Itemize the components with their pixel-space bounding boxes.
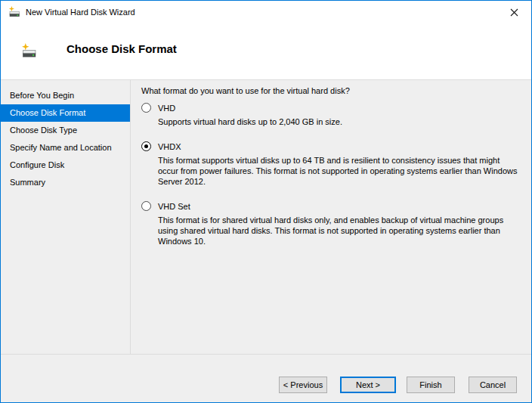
description-vhd-set: This format is for shared virtual hard d… bbox=[158, 215, 521, 246]
wizard-window: New Virtual Hard Disk Wizard Choose Disk… bbox=[0, 0, 532, 403]
radio-icon-vhd-set[interactable] bbox=[141, 201, 151, 211]
new-virtual-hard-disk-icon bbox=[21, 43, 37, 59]
format-question-label: What format do you want to use for the v… bbox=[141, 86, 521, 95]
sidebar-item-configure-disk[interactable]: Configure Disk bbox=[1, 157, 130, 174]
radio-vhdx[interactable]: VHDX bbox=[141, 141, 521, 152]
option-vhdx: VHDX This format supports virtual disks … bbox=[141, 141, 521, 187]
titlebar: New Virtual Hard Disk Wizard bbox=[1, 1, 531, 23]
sidebar-item-choose-disk-format[interactable]: Choose Disk Format bbox=[1, 104, 130, 122]
radio-label-vhdx[interactable]: VHDX bbox=[158, 142, 181, 151]
next-button[interactable]: Next > bbox=[340, 377, 396, 393]
radio-icon-vhd[interactable] bbox=[141, 103, 151, 113]
wizard-body: Before You Begin Choose Disk Format Choo… bbox=[1, 79, 531, 354]
sidebar-item-summary[interactable]: Summary bbox=[1, 174, 130, 191]
window-title: New Virtual Hard Disk Wizard bbox=[26, 1, 135, 23]
sidebar-item-before-you-begin[interactable]: Before You Begin bbox=[1, 87, 130, 104]
option-vhd: VHD Supports virtual hard disks up to 2,… bbox=[141, 102, 521, 127]
cancel-button[interactable]: Cancel bbox=[469, 377, 517, 393]
radio-label-vhd-set[interactable]: VHD Set bbox=[158, 202, 190, 211]
radio-vhd-set[interactable]: VHD Set bbox=[141, 200, 521, 212]
radio-vhd[interactable]: VHD bbox=[141, 102, 521, 113]
sidebar-item-choose-disk-type[interactable]: Choose Disk Type bbox=[1, 122, 130, 139]
radio-icon-vhdx[interactable] bbox=[141, 141, 151, 151]
close-icon bbox=[510, 8, 518, 17]
description-vhd: Supports virtual hard disks up to 2,040 … bbox=[158, 116, 521, 127]
finish-button[interactable]: Finish bbox=[407, 377, 455, 393]
wizard-steps-sidebar: Before You Begin Choose Disk Format Choo… bbox=[1, 80, 131, 354]
wizard-header: Choose Disk Format bbox=[1, 23, 531, 79]
previous-button[interactable]: < Previous bbox=[279, 377, 327, 393]
sidebar-item-specify-name-and-location[interactable]: Specify Name and Location bbox=[1, 139, 130, 157]
wizard-page-content: What format do you want to use for the v… bbox=[131, 80, 531, 354]
wizard-footer: < Previous Next > Finish Cancel bbox=[1, 354, 531, 402]
option-vhd-set: VHD Set This format is for shared virtua… bbox=[141, 200, 521, 246]
description-vhdx: This format supports virtual disks up to… bbox=[158, 155, 521, 187]
radio-label-vhd[interactable]: VHD bbox=[158, 104, 175, 113]
close-button[interactable] bbox=[497, 1, 531, 23]
new-virtual-hard-disk-icon bbox=[8, 6, 20, 18]
page-title: Choose Disk Format bbox=[66, 42, 177, 55]
